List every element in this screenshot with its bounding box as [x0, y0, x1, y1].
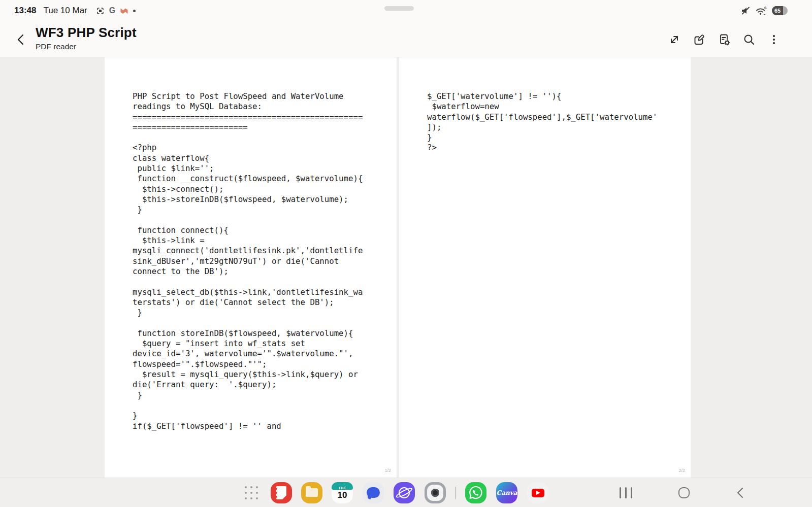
page-1-code: PHP Script to Post FlowSpeed and WaterVo…	[105, 57, 397, 431]
dock-divider	[455, 487, 456, 499]
calendar-weekday-band: TUE	[332, 482, 353, 490]
canva-app-icon[interactable]: Canva	[496, 482, 517, 503]
more-menu-icon[interactable]	[767, 32, 781, 47]
samsung-notes-app-icon[interactable]	[271, 482, 292, 503]
page-1-number: 1/2	[384, 468, 391, 473]
google-icon: G	[109, 6, 115, 15]
youtube-play-icon	[532, 489, 544, 497]
battery-indicator: 65	[772, 6, 788, 15]
calendar-day-number: 10	[332, 490, 353, 500]
app-grid-button[interactable]	[245, 486, 258, 499]
wifi-6-icon: 6	[755, 5, 767, 16]
recents-button[interactable]	[620, 487, 632, 498]
pdf-viewer: PHP Script to Post FlowSpeed and WaterVo…	[0, 57, 812, 478]
expand-icon[interactable]	[667, 32, 681, 47]
canva-wordmark: Canva	[497, 489, 517, 496]
pdf-page-2[interactable]: $_GET['watervolume'] != ''){ $waterflow=…	[399, 57, 691, 478]
messages-app-icon[interactable]	[363, 482, 384, 503]
clock: 13:48	[14, 6, 36, 16]
samsung-internet-app-icon[interactable]	[394, 482, 415, 503]
search-icon[interactable]	[742, 32, 756, 47]
whatsapp-bubble-icon	[465, 482, 486, 503]
camera-lens-icon	[431, 489, 439, 497]
calendar-app-icon[interactable]: TUE 10	[332, 482, 353, 503]
app-name-label: PDF reader	[36, 41, 137, 52]
home-button[interactable]	[678, 487, 690, 498]
page-2-code: $_GET['watervolume'] != ''){ $waterflow=…	[399, 57, 691, 153]
screen-capture-icon	[95, 6, 105, 16]
tablet-screen: 13:48 Tue 10 Mar G	[0, 0, 812, 507]
svg-text:6: 6	[764, 6, 767, 10]
notes-paper-shape	[276, 486, 286, 499]
battery-percent: 65	[772, 6, 783, 15]
pdf-page-1[interactable]: PHP Script to Post FlowSpeed and WaterVo…	[105, 57, 397, 478]
whatsapp-app-icon[interactable]	[465, 482, 486, 503]
edit-icon[interactable]	[692, 32, 706, 47]
my-files-app-icon[interactable]	[301, 482, 322, 503]
system-status-icons: 6 65	[740, 5, 788, 16]
app-header: WF3 PHP Script PDF reader	[0, 21, 812, 57]
more-notifications-dot	[133, 10, 136, 12]
status-bar: 13:48 Tue 10 Mar G	[0, 0, 812, 21]
back-nav-button[interactable]	[734, 486, 746, 499]
camera-cutout-pill	[384, 6, 414, 11]
header-actions	[667, 21, 781, 57]
camera-app-icon[interactable]	[425, 482, 446, 503]
chat-bubble-icon	[367, 487, 380, 498]
notification-icons: G	[95, 6, 136, 16]
title-block: WF3 PHP Script PDF reader	[36, 24, 137, 52]
sound-muted-icon	[740, 6, 751, 16]
document-title: WF3 PHP Script	[36, 24, 137, 41]
youtube-app-icon[interactable]	[527, 482, 548, 503]
camera-body-shape	[427, 485, 443, 501]
folder-icon	[306, 488, 318, 497]
document-settings-icon[interactable]	[717, 32, 731, 47]
back-button[interactable]	[13, 30, 29, 49]
date: Tue 10 Mar	[43, 6, 87, 16]
taskbar: TUE 10 Canva	[0, 478, 812, 507]
gmail-icon	[119, 6, 129, 16]
page-2-number: 2/2	[678, 468, 685, 473]
